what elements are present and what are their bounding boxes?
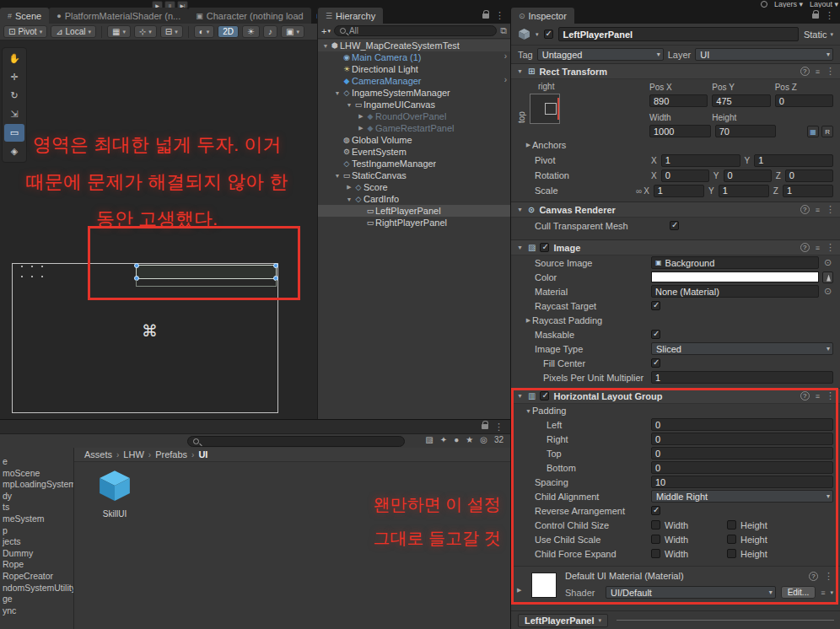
lock-icon[interactable] <box>482 424 488 429</box>
scene-visibility-icon[interactable]: ⧉ <box>500 25 507 36</box>
breadcrumb-prefabs[interactable]: Prefabs <box>155 449 187 460</box>
fill-center-checkbox[interactable] <box>651 358 660 368</box>
hierarchy-item-event-system[interactable]: EventSystem <box>318 146 510 158</box>
shader-dropdown[interactable]: UI/Default <box>606 586 776 599</box>
image-header[interactable]: ▼ ▨ Image ?≡⋮ <box>511 239 840 255</box>
rotation-x-field[interactable]: 0 <box>661 169 709 182</box>
ppu-field[interactable]: 1 <box>651 371 833 384</box>
move-tool[interactable]: ✛ <box>4 68 24 86</box>
foldout-arrow[interactable]: ▼ <box>525 408 532 414</box>
pivot-y-field[interactable]: 1 <box>754 154 833 167</box>
hierarchy-item-left-player-panel[interactable]: LeftPlayerPanel <box>318 205 510 217</box>
play-button[interactable]: ▶ <box>152 1 163 8</box>
tab-hierarchy[interactable]: ☰Hierarchy <box>318 8 383 24</box>
tab-character[interactable]: ▣Character (nothing load <box>188 8 310 24</box>
hierarchy-item-score[interactable]: ▶Score <box>318 181 510 193</box>
hierarchy-item-directional-light[interactable]: Directional Light <box>318 63 510 75</box>
rotation-z-field[interactable]: 0 <box>785 169 833 182</box>
blueprint-mode-icon[interactable]: ▦ <box>807 126 819 137</box>
source-image-field[interactable]: ▣Background <box>651 256 819 269</box>
info-icon[interactable]: ● <box>454 435 459 444</box>
hierarchy-item-main-camera[interactable]: Main Camera (1)› <box>318 51 510 63</box>
folder-item[interactable]: ge <box>0 594 73 605</box>
breadcrumb-ui[interactable]: UI <box>198 449 207 460</box>
hierarchy-search-input[interactable]: All <box>334 25 497 36</box>
breadcrumb-assets[interactable]: Assets <box>84 449 112 460</box>
tool-settings-button[interactable]: ⊟▾ <box>160 25 183 38</box>
foldout-arrow[interactable]: ▶ <box>345 184 353 191</box>
preset-icon[interactable]: ≡ <box>816 67 820 76</box>
component-enabled-checkbox[interactable] <box>540 243 549 252</box>
folder-item[interactable]: meSystem <box>0 513 73 525</box>
scale-tool[interactable]: ⇲ <box>4 105 24 123</box>
component-menu-icon[interactable]: ⋮ <box>826 390 835 401</box>
object-picker-icon[interactable]: ⊙ <box>822 286 833 297</box>
tab-shader[interactable]: ●PlatformMaterialShader (n... <box>49 8 188 24</box>
panel-menu-icon[interactable]: ⋮ <box>825 10 834 21</box>
eyedropper-icon[interactable] <box>822 271 833 283</box>
scale-y-field[interactable]: 1 <box>719 185 769 197</box>
rotation-y-field[interactable]: 0 <box>724 169 772 182</box>
grid-snap-button[interactable]: ▦▾ <box>107 25 131 38</box>
rotate-tool[interactable]: ↻ <box>4 87 24 105</box>
component-menu-icon[interactable]: ⋮ <box>826 242 835 253</box>
gameobject-cube-icon[interactable] <box>518 28 530 40</box>
preset-icon[interactable]: ≡ <box>816 206 820 214</box>
color-swatch[interactable] <box>651 271 819 282</box>
layers-dropdown[interactable]: Layers ▾ <box>774 0 803 8</box>
component-enabled-checkbox[interactable] <box>540 391 549 401</box>
foldout-arrow[interactable]: ▶ <box>357 113 365 120</box>
hierarchy-item-test-ingame-manager[interactable]: TestIngameManager <box>318 158 510 169</box>
selected-rect-transform[interactable] <box>136 265 277 279</box>
hierarchy-item-scene-root[interactable]: ▼LHW_MapCreateSystemTest <box>318 40 510 51</box>
preview-target-dropdown[interactable]: LeftPlayerPanel▾ <box>518 614 608 627</box>
canvas-renderer-header[interactable]: ▼ ⊙ Canvas Renderer ?≡⋮ <box>511 202 840 218</box>
scene-audio-button[interactable]: ♪ <box>263 25 277 38</box>
preset-icon[interactable]: ≡ <box>816 392 820 401</box>
prefab-open-chevron[interactable]: › <box>504 75 507 84</box>
raw-edit-mode-icon[interactable]: R <box>821 126 833 137</box>
scene-lighting-button[interactable]: ☀ <box>242 25 260 38</box>
edit-shader-button[interactable]: Edit... <box>781 586 816 599</box>
lock-icon[interactable] <box>482 13 489 19</box>
height-field[interactable]: 70 <box>715 125 777 137</box>
image-type-dropdown[interactable]: Sliced <box>651 342 833 355</box>
chevron-down-icon[interactable]: ▾ <box>830 589 833 596</box>
effects-button[interactable]: ▣▾ <box>281 25 304 38</box>
width-field[interactable]: 1000 <box>649 125 711 137</box>
hand-tool[interactable]: ✋ <box>4 50 24 67</box>
panel-menu-icon[interactable]: ⋮ <box>495 10 504 21</box>
pos-x-field[interactable]: 890 <box>649 94 708 107</box>
cull-transparent-mesh-checkbox[interactable] <box>670 221 679 230</box>
hierarchy-item-global-volume[interactable]: Global Volume <box>318 134 510 146</box>
scale-x-field[interactable]: 1 <box>654 185 704 197</box>
padding-right-field[interactable]: 0 <box>651 433 833 445</box>
project-assets-grid[interactable]: SkillUI 왠만하면 이 설정 그대로 들고갈 것 <box>74 462 510 629</box>
pivot-x-field[interactable]: 1 <box>661 154 740 167</box>
rect-handle[interactable] <box>134 263 139 268</box>
use-scale-width-checkbox[interactable] <box>651 535 660 544</box>
folder-item[interactable]: mpLoadingSystem <box>0 479 73 491</box>
hierarchy-item-round-over-panel[interactable]: ▶RoundOverPanel <box>318 110 510 122</box>
layout-dropdown[interactable]: Layout ▾ <box>810 0 838 8</box>
component-menu-icon[interactable]: ⋮ <box>826 204 835 215</box>
foldout-arrow[interactable]: ▼ <box>516 393 524 399</box>
gameobject-name-field[interactable]: LeftPlayerPanel <box>558 27 799 41</box>
static-dropdown[interactable]: Static▾ <box>804 30 833 40</box>
reverse-arrangement-checkbox[interactable] <box>651 506 660 515</box>
control-width-checkbox[interactable] <box>651 520 660 530</box>
component-menu-icon[interactable]: ⋮ <box>824 571 833 582</box>
folder-item[interactable]: ync <box>0 605 73 617</box>
hidden-packages-icon[interactable]: ◎ <box>480 435 487 444</box>
object-picker-icon[interactable]: ⊙ <box>822 257 833 268</box>
active-checkbox[interactable] <box>544 30 553 39</box>
folder-item[interactable]: jects <box>0 536 73 548</box>
breadcrumb-lhw[interactable]: LHW <box>123 449 143 460</box>
foldout-arrow[interactable]: ▶ <box>517 587 521 594</box>
component-menu-icon[interactable]: ⋮ <box>826 66 835 77</box>
child-alignment-dropdown[interactable]: Middle Right <box>651 490 833 503</box>
foldout-arrow[interactable]: ▼ <box>333 90 342 96</box>
foldout-arrow[interactable]: ▼ <box>345 102 353 108</box>
foldout-arrow[interactable]: ▼ <box>516 207 524 212</box>
anchor-preset-button[interactable] <box>530 94 560 124</box>
